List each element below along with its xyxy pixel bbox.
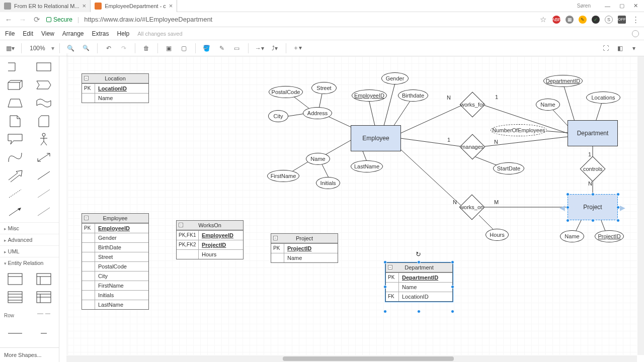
table-workson[interactable]: −WorksOn PK,FK1EmployeeID PK,FK2ProjectI… [176,220,244,259]
category-er[interactable]: Entity Relation [0,257,59,268]
table-employee[interactable]: −Employee PKEmployeeID Gender BirthDate … [82,213,149,310]
shape-step[interactable] [30,76,58,94]
stroke-icon[interactable]: ✎ [216,42,228,54]
attr-initials[interactable]: Initials [316,177,340,189]
category-misc[interactable]: Misc [0,222,59,234]
ext-icon[interactable]: ✎ [579,16,587,24]
vertical-scrollbar[interactable] [637,56,644,355]
shape-tape[interactable] [30,95,58,112]
url-text[interactable]: https://www.draw.io/#LEmployeeDepartment [84,16,533,23]
connection-icon[interactable]: →▾ [254,42,266,54]
maximize-icon[interactable]: ▢ [619,3,624,9]
ext-icon[interactable]: S [605,16,613,24]
shape-note[interactable] [1,113,29,130]
category-advanced[interactable]: Advanced [0,234,59,245]
entity-employee[interactable]: Employee [351,125,401,151]
to-front-icon[interactable]: ▣ [163,42,175,54]
entity-department[interactable]: Department [568,120,618,146]
attr-locations[interactable]: Locations [586,92,620,104]
rel-manages[interactable]: manages [460,134,486,160]
minimize-icon[interactable]: — [605,3,610,9]
shape-card[interactable] [30,113,58,130]
horizontal-scrollbar[interactable] [66,355,637,362]
attr-hours[interactable]: Hours [486,229,509,241]
attr-startdate[interactable]: StartDate [493,162,524,174]
rel-works-for[interactable]: works_for [460,92,486,118]
globe-icon[interactable] [632,30,639,37]
browser-tab-1[interactable]: EmployeeDepartment - c × [91,0,177,12]
zoom-in-icon[interactable]: 🔍 [65,42,77,54]
redo-icon[interactable]: ↷ [118,42,130,54]
rel-controls[interactable]: controls [580,156,606,182]
er-shape-table2[interactable] [30,270,58,288]
attr-address[interactable]: Address [303,107,332,119]
canvas[interactable]: −Location PKLocationID Name −Employee PK… [66,56,637,355]
attr-city[interactable]: City [268,110,288,122]
shape-callout[interactable] [1,131,29,148]
rel-works-on[interactable]: works_on [459,195,485,220]
er-shape-hr2[interactable] [30,325,58,342]
fill-icon[interactable]: 🪣 [201,42,213,54]
undo-icon[interactable]: ↶ [103,42,115,54]
secure-indicator[interactable]: Secure [46,16,72,23]
shape-actor[interactable] [30,131,58,148]
collapse-icon[interactable]: ▾ [628,42,640,54]
attr-projectid[interactable]: ProjectID [595,230,624,242]
attr-name-dep[interactable]: Name [536,99,560,111]
shape-half-rect[interactable] [1,58,29,75]
attr-birthdate[interactable]: Birthdate [398,89,428,102]
category-uml[interactable]: UML [0,245,59,257]
attr-firstname[interactable]: FirstName [267,170,299,182]
attr-postalcode[interactable]: PostalCode [269,86,303,98]
attr-gender[interactable]: Gender [381,72,409,84]
shape-curve[interactable] [1,149,29,166]
shape-dashed[interactable] [1,185,29,202]
table-project[interactable]: −Project PKProjectID Name [271,233,338,263]
attr-lastname[interactable]: LastName [351,160,383,172]
reload-icon[interactable]: ⟳ [32,15,41,24]
rotate-icon[interactable]: ↻ [416,250,421,258]
fullscreen-icon[interactable]: ⛶ [600,42,612,54]
shape-arrow-thick[interactable] [1,167,29,184]
menu-file[interactable]: File [5,30,15,37]
menu-help[interactable]: Help [117,30,130,37]
shape-line-thin[interactable] [30,185,58,202]
attr-employeeid[interactable]: EmployeeID [352,89,387,102]
er-shape-table[interactable] [1,270,29,288]
er-shape-row[interactable] [30,307,58,324]
ext-icon[interactable]: ✓ [592,16,600,24]
zoom-out-icon[interactable]: 🔍 [80,42,92,54]
to-back-icon[interactable]: ▢ [178,42,190,54]
entity-project[interactable]: Project [568,194,618,220]
abp-icon[interactable]: ABP [552,16,560,24]
menu-icon[interactable]: ⋮ [631,15,640,24]
close-icon[interactable]: × [169,2,173,10]
close-icon[interactable]: × [83,2,87,10]
shape-trapezoid[interactable] [1,95,29,112]
shape-rect[interactable] [30,58,58,75]
insert-icon[interactable]: ＋▾ [291,42,303,54]
shape-arrow-solid[interactable] [1,203,29,220]
shape-cube[interactable] [1,76,29,94]
forward-icon[interactable]: → [18,15,27,24]
sel-arrow-left-icon[interactable]: ◀ [559,204,565,212]
back-icon[interactable]: ← [4,15,13,24]
attr-numemployees[interactable]: NumberOfEmployees [491,124,547,136]
waypoint-icon[interactable]: ⤴▾ [269,42,281,54]
close-window-icon[interactable]: ✕ [633,3,638,9]
er-shape-hr[interactable] [1,325,29,342]
table-department[interactable]: −Department PKDepartmentID Name FKLocati… [385,262,453,302]
zoom-level[interactable]: 100% [27,45,48,52]
attr-departmentid[interactable]: DepartmentID [543,75,583,87]
menu-extras[interactable]: Extras [92,30,109,37]
sel-arrow-right-icon[interactable]: ▶ [620,204,625,212]
menu-edit[interactable]: Edit [23,30,33,37]
menu-view[interactable]: View [41,30,54,37]
shape-line[interactable] [30,203,58,220]
table-location[interactable]: −Location PKLocationID Name [82,73,149,103]
attr-name-emp[interactable]: Name [306,153,330,165]
ext-icon[interactable]: ▦ [566,16,574,24]
star-icon[interactable]: ☆ [538,15,547,24]
attr-name-proj[interactable]: Name [560,230,584,242]
browser-tab-0[interactable]: From ER to Relational M... × [0,0,91,12]
